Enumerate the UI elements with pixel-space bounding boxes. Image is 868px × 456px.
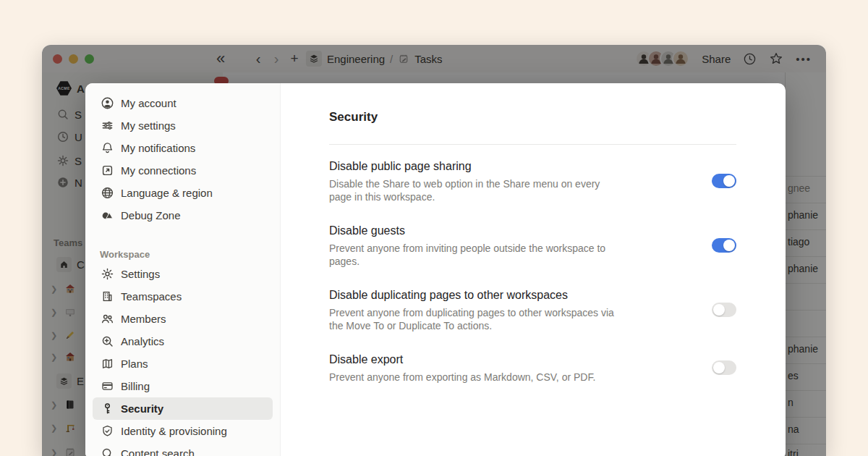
nav-label: My account [121,97,176,109]
sliders-icon [100,119,114,133]
setting-description: Prevent anyone from duplicating pages to… [329,306,618,332]
nav-label: Plans [121,358,148,370]
setting-title: Disable export [329,352,618,368]
arrow-up-right-icon [100,164,114,178]
setting-row-disable-guests: Disable guests Prevent anyone from invit… [329,223,736,268]
setting-row-disable-duplicating-pages: Disable duplicating pages to other works… [329,287,736,332]
nav-label: Billing [121,380,150,392]
settings-nav-my-notifications[interactable]: My notifications [93,137,273,159]
zoom-in-icon [100,334,114,349]
shield-check-icon [100,424,114,439]
settings-nav-my-connections[interactable]: My connections [93,159,273,182]
setting-description: Prevent anyone from exporting as Markdow… [329,371,618,384]
person-circle-icon [100,96,114,111]
settings-modal-sidebar: My account My settings My notifications … [85,83,281,456]
settings-nav-billing[interactable]: Billing [93,375,273,397]
nav-label: My settings [121,119,176,132]
toggle-disable-duplicating-pages[interactable] [712,303,736,317]
settings-nav-language-region[interactable]: Language & region [93,182,273,204]
settings-modal-content: Security Disable public page sharing Dis… [281,83,786,456]
nav-label: Analytics [121,335,164,347]
workspace-section-header: Workspace [100,245,280,263]
settings-nav-settings[interactable]: Settings [93,263,273,285]
nav-label: Teamspaces [121,290,182,303]
toggle-disable-guests[interactable] [712,238,736,253]
nav-label: Security [121,402,163,415]
nav-label: Identity & provisioning [121,425,227,437]
map-icon [100,357,114,371]
globe-icon [100,186,114,200]
building-icon [100,290,114,304]
toggle-disable-public-page-sharing[interactable] [712,174,736,188]
shapes-icon [100,208,114,223]
settings-nav-security[interactable]: Security [93,397,273,420]
key-icon [100,402,114,416]
gear-icon [100,267,114,282]
search-icon [100,447,114,456]
settings-nav-identity-provisioning[interactable]: Identity & provisioning [93,420,273,442]
settings-nav-my-account[interactable]: My account [93,92,273,114]
nav-label: My connections [121,164,196,177]
bell-icon [100,141,114,156]
credit-card-icon [100,379,114,394]
nav-label: Language & region [121,187,213,199]
nav-label: Members [121,313,166,325]
nav-label: My notifications [121,142,195,154]
settings-modal: My account My settings My notifications … [85,83,786,456]
nav-label: Content search [121,447,195,456]
nav-label: Debug Zone [121,209,181,221]
settings-nav-debug-zone[interactable]: Debug Zone [93,204,273,227]
settings-nav-content-search[interactable]: Content search [93,442,273,456]
divider [329,144,736,145]
setting-row-disable-public-page-sharing: Disable public page sharing Disable the … [329,159,736,203]
setting-title: Disable guests [329,223,618,239]
settings-nav-teamspaces[interactable]: Teamspaces [93,285,273,308]
settings-nav-plans[interactable]: Plans [93,352,273,375]
settings-nav-analytics[interactable]: Analytics [93,330,273,352]
settings-nav-my-settings[interactable]: My settings [93,114,273,137]
setting-description: Disable the Share to web option in the S… [329,177,618,203]
setting-row-disable-export: Disable export Prevent anyone from expor… [329,352,736,384]
app-window: « ‹ › + Engineering / Tasks Share [42,45,826,456]
settings-nav-members[interactable]: Members [93,308,273,330]
setting-title: Disable duplicating pages to other works… [329,287,618,303]
members-icon [100,312,114,326]
nav-label: Settings [121,268,160,280]
page-title: Security [329,109,786,125]
toggle-disable-export[interactable] [712,360,736,375]
setting-description: Prevent anyone from inviting people outs… [329,242,618,268]
setting-title: Disable public page sharing [329,159,618,174]
